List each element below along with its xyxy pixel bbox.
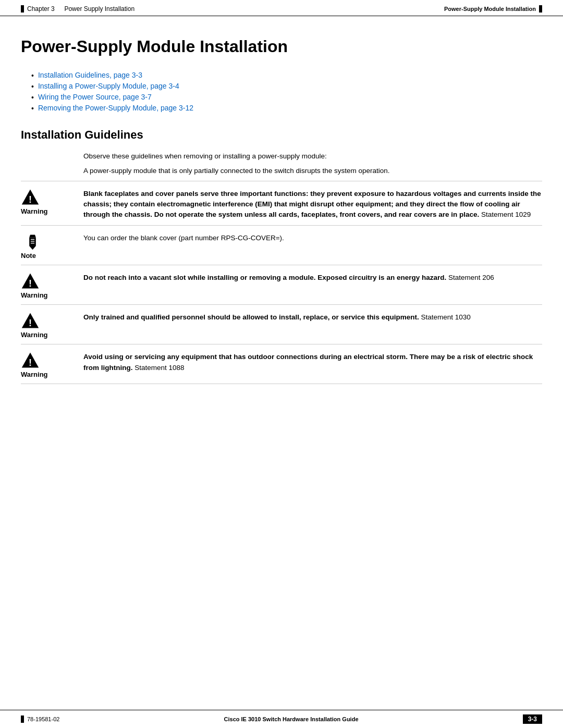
toc-bullet-3: •	[31, 93, 34, 102]
header-left: Chapter 3 Power Supply Installation	[21, 5, 134, 13]
toc-item-2[interactable]: • Installing a Power-Supply Module, page…	[31, 82, 542, 91]
warning-body-4: Avoid using or servicing any equipment t…	[83, 350, 542, 373]
warning-body-2: Do not reach into a vacant slot while in…	[83, 270, 542, 283]
header-right-title: Power-Supply Module Installation	[444, 6, 536, 12]
warning-triangle-icon-2: !	[21, 272, 40, 290]
toc-bullet-1: •	[31, 71, 34, 80]
warning-normal-2: Statement 206	[448, 274, 494, 281]
warning-icon-col-3: ! Warning	[21, 310, 83, 339]
footer-center: Cisco IE 3010 Switch Hardware Installati…	[224, 716, 359, 722]
warning-icon-col-4: ! Warning	[21, 350, 83, 378]
warning-triangle-icon-1: !	[21, 188, 40, 206]
footer-right: 3-3	[523, 714, 542, 724]
warning-body-1: Blank faceplates and cover panels serve …	[83, 187, 542, 220]
header-chapter-title: Power Supply Installation	[64, 5, 134, 13]
warning-normal-4: Statement 1088	[134, 364, 184, 372]
toc-link-3[interactable]: Wiring the Power Source, page 3-7	[38, 93, 152, 101]
header-right: Power-Supply Module Installation	[444, 5, 542, 13]
toc-link-4[interactable]: Removing the Power-Supply Module, page 3…	[38, 104, 193, 112]
header-right-rect	[539, 5, 542, 13]
warning-normal-1: Statement 1029	[481, 211, 531, 218]
body-text-2: A power-supply module that is only parti…	[83, 166, 542, 176]
warning-icon-col-1: ! Warning	[21, 187, 83, 215]
svg-text:!: !	[29, 318, 32, 328]
page-header: Chapter 3 Power Supply Installation Powe…	[0, 0, 563, 16]
svg-text:!: !	[29, 357, 32, 368]
svg-marker-5	[29, 246, 36, 250]
note-icon-col-1: Note	[21, 231, 83, 260]
warning-normal-3: Statement 1030	[421, 313, 470, 321]
header-black-rect	[21, 5, 24, 13]
toc-bullet-4: •	[31, 104, 34, 113]
toc-link-2[interactable]: Installing a Power-Supply Module, page 3…	[38, 82, 179, 90]
page-footer: 78-19581-02 Cisco IE 3010 Switch Hardwar…	[0, 710, 563, 728]
svg-text:!: !	[29, 278, 32, 289]
svg-text:!: !	[29, 194, 32, 204]
main-content: Power-Supply Module Installation • Insta…	[0, 16, 563, 405]
warning-bold-2: Do not reach into a vacant slot while in…	[83, 274, 446, 281]
warning-body-3: Only trained and qualified personnel sho…	[83, 310, 542, 323]
note-block-1: Note You can order the blank cover (part…	[21, 226, 542, 265]
warning-label-2: Warning	[21, 291, 48, 299]
footer-left: 78-19581-02	[21, 715, 59, 723]
note-pencil-icon	[21, 232, 40, 251]
footer-page-number: 3-3	[523, 714, 542, 724]
toc-list: • Installation Guidelines, page 3-3 • In…	[21, 71, 542, 113]
warning-triangle-icon-3: !	[21, 311, 40, 330]
note-label-1: Note	[21, 252, 36, 260]
svg-marker-3	[29, 235, 36, 238]
section-heading: Installation Guidelines	[21, 128, 542, 142]
footer-left-rect	[21, 715, 24, 723]
page-title: Power-Supply Module Installation	[21, 37, 542, 56]
svg-rect-4	[29, 238, 36, 246]
toc-item-3[interactable]: • Wiring the Power Source, page 3-7	[31, 93, 542, 102]
warning-label-4: Warning	[21, 371, 48, 378]
warning-icon-col-2: ! Warning	[21, 270, 83, 299]
footer-doc-number: 78-19581-02	[27, 716, 59, 722]
note-normal-1: You can order the blank cover (part numb…	[83, 234, 284, 242]
warning-bold-3: Only trained and qualified personnel sho…	[83, 313, 419, 321]
toc-item-1[interactable]: • Installation Guidelines, page 3-3	[31, 71, 542, 80]
warning-block-2: ! Warning Do not reach into a vacant slo…	[21, 265, 542, 305]
toc-link-1[interactable]: Installation Guidelines, page 3-3	[38, 71, 142, 79]
warning-block-4: ! Warning Avoid using or servicing any e…	[21, 344, 542, 384]
warning-bold-1: Blank faceplates and cover panels serve …	[83, 190, 541, 219]
toc-item-4[interactable]: • Removing the Power-Supply Module, page…	[31, 104, 542, 113]
body-text-1: Observe these guidelines when removing o…	[83, 151, 542, 162]
footer-guide-title: Cisco IE 3010 Switch Hardware Installati…	[224, 716, 359, 722]
warning-label-1: Warning	[21, 207, 48, 215]
warning-triangle-icon-4: !	[21, 351, 40, 369]
note-body-1: You can order the blank cover (part numb…	[83, 231, 542, 243]
warning-block-3: ! Warning Only trained and qualified per…	[21, 305, 542, 344]
warning-block-1: ! Warning Blank faceplates and cover pan…	[21, 181, 542, 226]
header-chapter: Chapter 3	[27, 5, 55, 13]
toc-bullet-2: •	[31, 82, 34, 91]
warning-label-3: Warning	[21, 331, 48, 339]
